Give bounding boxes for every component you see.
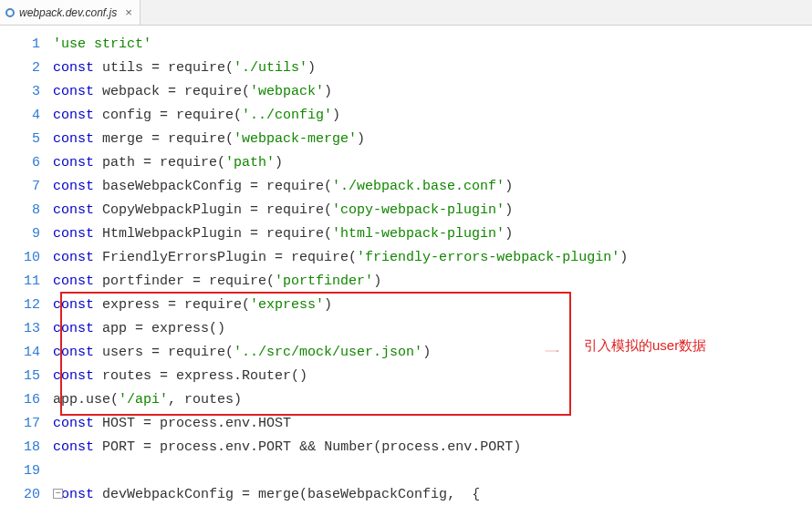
tab-bar: webpack.dev.conf.js × <box>0 0 812 26</box>
close-icon[interactable]: × <box>125 5 132 19</box>
line-number: 1 <box>0 33 40 57</box>
code-line[interactable]: const HtmlWebpackPlugin = require('html-… <box>53 222 812 246</box>
code-line[interactable]: const devWebpackConfig = merge(baseWebpa… <box>53 483 812 507</box>
line-number: 9 <box>0 222 40 246</box>
line-number-gutter: 1234567891011121314151617181920 <box>0 26 53 516</box>
line-number: 2 <box>0 57 40 80</box>
tab-filename: webpack.dev.conf.js <box>19 6 117 19</box>
code-line[interactable]: const baseWebpackConfig = require('./web… <box>53 175 812 199</box>
line-number: 20 <box>0 483 40 507</box>
line-number: 19 <box>0 459 40 483</box>
line-number: 13 <box>0 317 40 341</box>
code-line[interactable]: const utils = require('./utils') <box>53 57 812 80</box>
code-line[interactable]: const CopyWebpackPlugin = require('copy-… <box>53 199 812 222</box>
js-file-icon <box>5 8 15 17</box>
line-number: 3 <box>0 80 40 104</box>
code-line[interactable]: const path = require('path') <box>53 151 812 175</box>
code-line[interactable]: const HOST = process.env.HOST <box>53 412 812 436</box>
line-number: 10 <box>0 246 40 270</box>
code-line[interactable]: const webpack = require('webpack') <box>53 80 812 104</box>
line-number: 6 <box>0 151 40 175</box>
code-line[interactable]: const routes = express.Router() <box>53 365 812 388</box>
line-number: 12 <box>0 294 40 317</box>
code-line[interactable]: const express = require('express') <box>53 294 812 317</box>
line-number: 5 <box>0 128 40 151</box>
line-number: 17 <box>0 412 40 436</box>
line-number: 18 <box>0 436 40 459</box>
line-number: 11 <box>0 270 40 294</box>
code-area[interactable]: 'use strict'const utils = require('./uti… <box>53 26 812 516</box>
code-line[interactable]: const merge = require('webpack-merge') <box>53 128 812 151</box>
code-line[interactable]: const PORT = process.env.PORT && Number(… <box>53 436 812 459</box>
code-line[interactable]: const FriendlyErrorsPlugin = require('fr… <box>53 246 812 270</box>
code-line[interactable]: app.use('/api', routes) <box>53 388 812 412</box>
code-line[interactable]: const portfinder = require('portfinder') <box>53 270 812 294</box>
code-line[interactable]: 'use strict' <box>53 33 812 57</box>
fold-icon[interactable]: − <box>53 489 63 499</box>
line-number: 15 <box>0 365 40 388</box>
line-number: 16 <box>0 388 40 412</box>
annotation-text: 引入模拟的user数据 <box>584 335 730 356</box>
line-number: 4 <box>0 104 40 128</box>
line-number: 14 <box>0 341 40 365</box>
code-line[interactable] <box>53 459 812 483</box>
code-editor[interactable]: 1234567891011121314151617181920 'use str… <box>0 26 812 516</box>
file-tab[interactable]: webpack.dev.conf.js × <box>0 0 141 25</box>
line-number: 7 <box>0 175 40 199</box>
line-number: 8 <box>0 199 40 222</box>
code-line[interactable]: const config = require('../config') <box>53 104 812 128</box>
